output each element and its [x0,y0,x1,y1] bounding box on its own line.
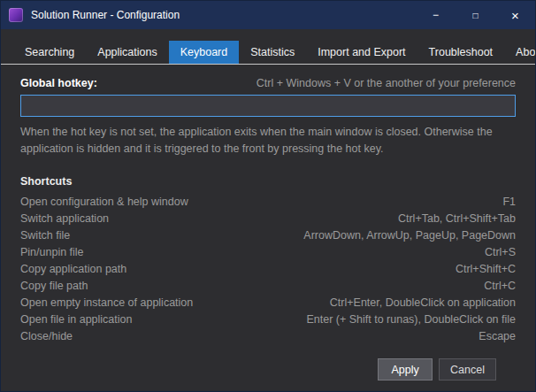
tab-keyboard[interactable]: Keyboard [169,41,240,64]
content-area: Global hotkey: Ctrl + Windows + V or the… [1,65,535,391]
tab-troubleshoot[interactable]: Troubleshoot [417,41,505,64]
shortcut-label: Open empty instance of application [20,296,193,309]
shortcut-label: Copy application path [20,263,126,275]
shortcut-label: Open configuration & help window [20,196,188,208]
shortcut-row: Open configuration & help windowF1 [20,194,516,211]
minimize-button[interactable]: − [416,1,456,29]
shortcut-row: Close/hideEscape [20,328,516,345]
tab-applications[interactable]: Applications [86,41,168,64]
global-hotkey-hint: Ctrl + Windows + V or the another of you… [257,77,516,89]
app-window: Solution Runner - Configuration − □ × Se… [0,0,536,392]
shortcuts-heading: Shortcuts [20,175,516,188]
hotkey-description: When the hot key is not set, the applica… [20,124,516,158]
shortcut-keys: Escape [479,330,516,342]
tab-import-and-export[interactable]: Import and Export [306,41,417,64]
tab-statistics[interactable]: Statistics [239,41,306,64]
shortcut-list: Open configuration & help windowF1Switch… [20,194,516,345]
hotkey-row: Global hotkey: Ctrl + Windows + V or the… [20,77,516,89]
shortcut-row: Switch applicationCtrl+Tab, Ctrl+Shift+T… [20,211,516,227]
footer-actions: Apply Cancel [20,358,516,391]
window-controls: − □ × [416,1,535,29]
shortcut-keys: Enter (+ Shift to runas), DoubleClick on… [306,313,516,326]
shortcut-row: Copy file pathCtrl+C [20,278,516,295]
shortcut-label: Pin/unpin file [20,246,84,258]
global-hotkey-label: Global hotkey: [20,77,97,89]
shortcut-label: Switch file [20,229,70,242]
shortcut-keys: ArrowDown, ArrowUp, PageUp, PageDown [303,229,516,242]
tab-bar: SearchingApplicationsKeyboardStatisticsI… [1,41,535,65]
shortcut-keys: Ctrl+S [485,246,516,258]
shortcut-keys: Ctrl+C [484,280,516,292]
window-title: Solution Runner - Configuration [31,9,416,21]
shortcut-keys: F1 [502,196,516,208]
title-bar: Solution Runner - Configuration − □ × [1,1,535,29]
tab-searching[interactable]: Searching [13,41,86,64]
shortcut-label: Close/hide [20,330,73,342]
shortcut-keys: Ctrl+Shift+C [456,263,516,275]
shortcut-row: Open file in applicationEnter (+ Shift t… [20,311,516,328]
shortcut-keys: Ctrl+Enter, DoubleClick on application [330,296,516,309]
shortcut-label: Open file in application [20,313,132,326]
tab-about[interactable]: About [504,41,536,64]
shortcut-row: Pin/unpin fileCtrl+S [20,244,516,261]
global-hotkey-input[interactable] [20,95,516,117]
shortcut-label: Switch application [20,212,109,225]
shortcut-row: Open empty instance of applicationCtrl+E… [20,295,516,311]
close-button[interactable]: × [495,1,535,29]
app-logo-icon [9,8,23,22]
shortcut-keys: Ctrl+Tab, Ctrl+Shift+Tab [398,212,516,225]
cancel-button[interactable]: Cancel [439,358,496,380]
shortcut-label: Copy file path [20,280,88,292]
shortcut-row: Copy application pathCtrl+Shift+C [20,261,516,278]
shortcut-row: Switch fileArrowDown, ArrowUp, PageUp, P… [20,227,516,244]
maximize-button[interactable]: □ [456,1,495,29]
apply-button[interactable]: Apply [378,358,433,380]
